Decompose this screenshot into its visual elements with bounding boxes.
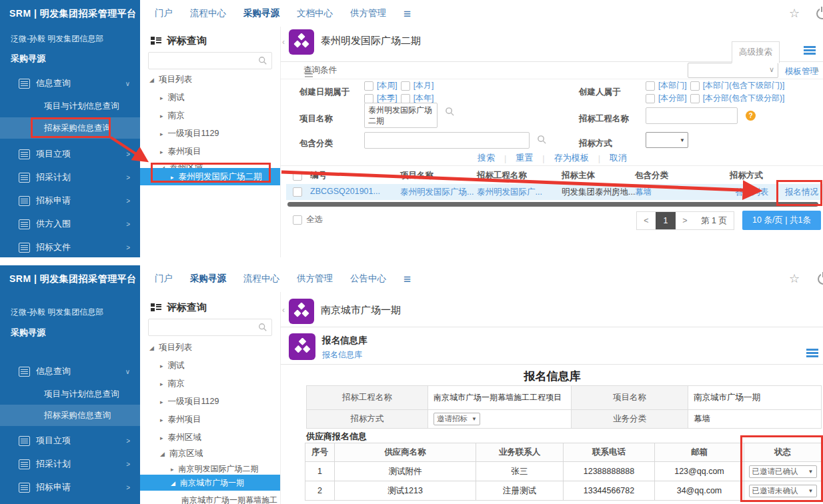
checkbox[interactable] <box>646 81 655 91</box>
nav-item-announcement-center[interactable]: 公告中心 <box>350 273 386 285</box>
sidebar-item-supplier-shortlist[interactable]: 供方入围 > <box>0 499 140 504</box>
save-template-button[interactable]: 存为模板 <box>554 152 589 164</box>
tree-node[interactable]: ▸一级项目1129 <box>140 393 280 410</box>
nav-item-portal[interactable]: 门户 <box>155 7 173 19</box>
nav-item-sourcing[interactable]: 采购寻源 <box>243 7 279 19</box>
nav-item-supplier-mgmt[interactable]: 供方管理 <box>297 273 333 285</box>
section-breadcrumb-link[interactable]: 报名信息库 <box>322 349 362 361</box>
option-label[interactable]: [本部门] <box>658 80 687 91</box>
caret-collapsed-icon[interactable]: ▸ <box>160 95 163 101</box>
row-category-link[interactable]: 幕墙 <box>635 187 652 198</box>
tree-search-input[interactable] <box>148 52 272 69</box>
nav-item-supplier-mgmt[interactable]: 供方管理 <box>350 7 386 19</box>
checkbox[interactable] <box>690 94 700 103</box>
select-all-header-checkbox[interactable] <box>293 171 302 181</box>
tree-node[interactable]: ▸一级项目1129 <box>140 125 280 142</box>
tree-search-input[interactable] <box>148 319 272 336</box>
table-row[interactable]: 1 测试附件 张三 12388888888 123@qq.com 已邀请已确认 … <box>305 462 822 481</box>
cancel-button[interactable]: 取消 <box>610 152 627 164</box>
tree-root[interactable]: ◢项目列表 <box>140 71 280 88</box>
page-size-button[interactable]: 10 条/页 | 共1条 <box>742 211 821 230</box>
row-tender-link[interactable]: 泰州明发国际广... <box>477 187 542 198</box>
caret-collapsed-icon[interactable]: ▸ <box>160 435 163 441</box>
sidebar-section-sourcing[interactable]: 采购寻源 <box>11 327 45 339</box>
sidebar-item-procurement-plan[interactable]: 招采计划 > <box>0 453 140 475</box>
favorite-star-icon[interactable]: ☆ <box>789 271 800 286</box>
checkbox[interactable] <box>401 94 410 103</box>
sidebar-item-project-setup[interactable]: 项目立项 > <box>0 143 140 165</box>
collapse-up-icon[interactable]: ∧ <box>814 65 820 74</box>
row-signup-status-link[interactable]: 报名情况 <box>785 187 818 198</box>
panel-collapse-icon[interactable]: ‹ <box>282 37 285 47</box>
caret-collapsed-icon[interactable]: ▸ <box>160 363 163 369</box>
sidebar-subitem-tender-procurement-query[interactable]: 招标采购信息查询 <box>0 117 140 139</box>
reset-button[interactable]: 重置 <box>516 152 533 164</box>
caret-expanded-icon[interactable]: ◢ <box>171 480 175 487</box>
select-all-checkbox[interactable] <box>293 215 302 225</box>
tree-node-selected[interactable]: ◢南京城市广场一期 <box>140 475 280 491</box>
sidebar-section-sourcing[interactable]: 采购寻源 <box>11 53 45 65</box>
current-page[interactable]: 1 <box>656 212 676 229</box>
advanced-search-button[interactable]: 高级搜索 <box>732 41 780 63</box>
search-icon[interactable] <box>537 135 547 145</box>
checkbox[interactable] <box>364 94 373 103</box>
tree-node[interactable]: ▸测试 <box>140 357 280 374</box>
tree-leaf[interactable]: 南京城市广场一期幕墙施工 <box>140 491 280 504</box>
template-manage-link[interactable]: 模板管理 <box>785 66 818 77</box>
nav-item-doc-center[interactable]: 文档中心 <box>297 7 333 19</box>
nav-item-process-center[interactable]: 流程中心 <box>243 273 279 285</box>
menu-icon[interactable]: ≡ <box>403 273 411 285</box>
option-label[interactable]: [本分部] <box>658 93 687 104</box>
menu-icon[interactable]: ≡ <box>403 7 411 20</box>
caret-collapsed-icon[interactable]: ▸ <box>160 399 163 405</box>
caret-collapsed-icon[interactable]: ▸ <box>160 149 163 155</box>
nav-item-process-center[interactable]: 流程中心 <box>190 7 226 19</box>
view-list-icon[interactable] <box>806 349 818 357</box>
logout-power-icon[interactable] <box>816 8 823 19</box>
horizontal-scrollbar[interactable] <box>287 202 818 207</box>
template-select[interactable]: ∨ <box>688 63 778 78</box>
page-jump[interactable]: 第 1 页 <box>694 212 734 229</box>
tree-node-selected[interactable]: ▸泰州明发国际广场二期 <box>140 168 280 185</box>
caret-collapsed-icon[interactable]: ▸ <box>160 131 163 137</box>
nav-item-sourcing[interactable]: 采购寻源 <box>190 273 226 285</box>
row-checkbox[interactable] <box>293 187 302 197</box>
row-qa-list-link[interactable]: 答疑列表 <box>735 187 768 198</box>
sidebar-item-info-query[interactable]: 信息查询 ∨ <box>0 72 140 95</box>
option-label[interactable]: [本分部(包含下级分部)] <box>703 93 785 104</box>
caret-collapsed-icon[interactable]: ▸ <box>171 466 174 473</box>
option-label[interactable]: [本月] <box>414 80 434 91</box>
favorite-star-icon[interactable]: ☆ <box>789 6 800 21</box>
logout-power-icon[interactable] <box>818 273 823 285</box>
tree-node[interactable]: ▸泰州区域 <box>140 429 280 446</box>
sidebar-item-tender-apply[interactable]: 招标申请 > <box>0 476 140 499</box>
sidebar-item-procurement-plan[interactable]: 招采计划 > <box>0 166 140 189</box>
tree-node[interactable]: ▸泰州项目 <box>140 143 280 160</box>
tree-node[interactable]: ▸泰州项目 <box>140 411 280 428</box>
tree-node[interactable]: ▸南京 <box>140 107 280 124</box>
search-icon[interactable] <box>445 107 455 117</box>
tender-name-input[interactable] <box>646 107 738 124</box>
tree-root[interactable]: ◢项目列表 <box>140 339 280 356</box>
checkbox[interactable] <box>646 94 655 103</box>
sidebar-subitem-tender-procurement-query[interactable]: 招标采购信息查询 <box>0 405 140 426</box>
tree-node[interactable]: ▸南京 <box>140 375 280 392</box>
status-select[interactable]: 已邀请未确认 ▼ <box>749 485 817 497</box>
checkbox[interactable] <box>364 81 373 91</box>
table-row[interactable]: 2 测试1213 注册测试 13344566782 34@qq.com 已邀请未… <box>305 481 822 501</box>
prev-page-button[interactable]: < <box>637 212 656 229</box>
category-input[interactable] <box>364 132 530 149</box>
option-label[interactable]: [本周] <box>377 80 397 91</box>
nav-item-portal[interactable]: 门户 <box>155 273 173 285</box>
help-icon[interactable]: ? <box>746 111 756 121</box>
sidebar-subitem-project-plan-query[interactable]: 项目与计划信息查询 <box>0 95 140 117</box>
panel-collapse-icon[interactable]: ‹ <box>282 305 285 315</box>
row-project-link[interactable]: 泰州明发国际广场... <box>400 187 474 198</box>
sidebar-item-tender-docs[interactable]: 招标文件 > <box>0 236 140 257</box>
sidebar-item-project-setup[interactable]: 项目立项 > <box>0 429 140 452</box>
row-code-link[interactable]: ZBCGSQ201901... <box>310 187 380 196</box>
checkbox[interactable] <box>690 81 700 91</box>
caret-collapsed-icon[interactable]: ▸ <box>160 381 163 387</box>
sidebar-item-supplier-shortlist[interactable]: 供方入围 > <box>0 213 140 235</box>
caret-expanded-icon[interactable]: ◢ <box>149 77 154 83</box>
